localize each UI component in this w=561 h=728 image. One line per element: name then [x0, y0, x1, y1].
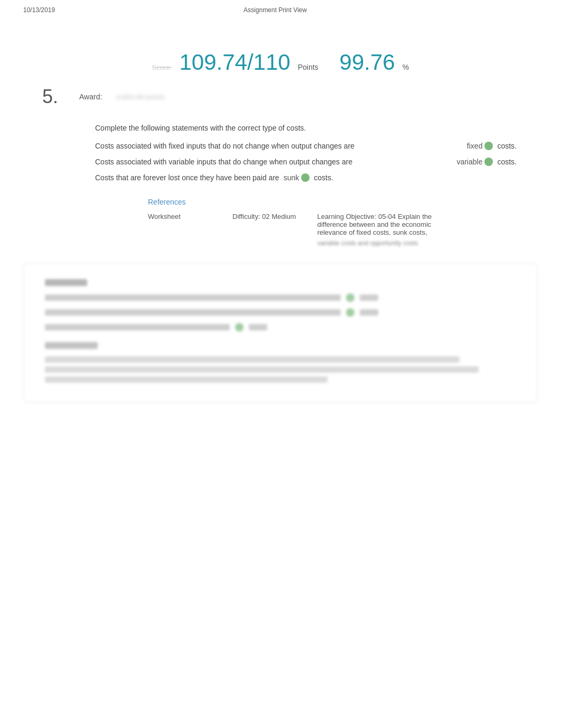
- answer-word-3: sunk: [284, 173, 300, 182]
- blurred-small-3: [249, 324, 267, 330]
- statement-row-1: Costs associated with fixed inputs that …: [95, 142, 519, 150]
- costs-suffix-3: costs.: [314, 173, 333, 182]
- ref-col-difficulty: Difficulty: 02 Medium: [232, 213, 296, 247]
- blurred-para-2: [45, 366, 479, 373]
- ref-col-worksheet: Worksheet: [148, 213, 211, 247]
- score-percent-label: %: [403, 63, 409, 71]
- correct-icon-1: [484, 142, 493, 150]
- answer-badge-1: fixed costs.: [467, 142, 517, 150]
- blurred-circle-2: [346, 308, 354, 317]
- blurred-row-1: [45, 293, 516, 302]
- answer-badge-3: sunk costs.: [284, 173, 333, 182]
- score-points-label: Points: [298, 63, 319, 71]
- answer-word-1: fixed: [467, 142, 483, 150]
- statement-row-3: Costs that are forever lost once they ha…: [95, 173, 519, 182]
- award-label: Award:: [79, 93, 102, 101]
- blurred-circle-3: [235, 323, 244, 331]
- header-spacer: [495, 6, 538, 14]
- blurred-explanation-title: [45, 342, 98, 349]
- header-date: 10/13/2019: [23, 6, 55, 14]
- blurred-circle-1: [346, 293, 354, 302]
- blurred-row-2: [45, 308, 516, 317]
- blurred-para-1: [45, 356, 460, 363]
- costs-suffix-2: costs.: [497, 158, 517, 166]
- statement-text-3: Costs that are forever lost once they ha…: [95, 173, 279, 182]
- answer-badge-2: variable costs.: [456, 158, 517, 166]
- blurred-row-3: [45, 323, 516, 331]
- award-value: 1.00/1.00 points: [116, 93, 165, 101]
- references-title: References: [148, 198, 519, 206]
- question-number: 5.: [42, 86, 69, 108]
- statement-text-1: Costs associated with fixed inputs that …: [95, 142, 465, 150]
- ref-objective: Learning Objective: 05-04 Explain the di…: [317, 213, 432, 236]
- blurred-answer-section: [23, 263, 538, 403]
- blurred-row-text-1: [45, 294, 341, 301]
- question-area: 5. Award: 1.00/1.00 points Complete the …: [0, 86, 561, 247]
- references-section: References Worksheet Difficulty: 02 Medi…: [95, 198, 519, 247]
- question-instruction: Complete the following statements with t…: [95, 124, 519, 132]
- ref-col-objective: Learning Objective: 05-04 Explain the di…: [317, 213, 449, 247]
- score-percent: 99.76: [340, 50, 395, 75]
- statement-text-2: Costs associated with variable inputs th…: [95, 158, 454, 166]
- ref-worksheet: Worksheet: [148, 213, 181, 220]
- page-header: 10/13/2019 Assignment Print View: [0, 0, 561, 18]
- costs-suffix-1: costs.: [497, 142, 517, 150]
- blurred-row-text-2: [45, 309, 341, 316]
- ref-objective-blurred: variable costs and opportunity costs: [317, 239, 449, 247]
- correct-icon-3: [301, 173, 310, 182]
- question-header-row: 5. Award: 1.00/1.00 points: [42, 86, 519, 108]
- correct-icon-2: [484, 158, 493, 166]
- blurred-explanation: [45, 342, 516, 383]
- blurred-small-2: [360, 309, 378, 316]
- score-section: Score: 109.74/110 Points 99.76 %: [0, 18, 561, 86]
- references-grid: Worksheet Difficulty: 02 Medium Learning…: [148, 213, 519, 247]
- ref-difficulty: Difficulty: 02 Medium: [232, 213, 296, 220]
- blurred-para-3: [45, 376, 328, 383]
- header-title: Assignment Print View: [244, 6, 307, 14]
- answer-word-2: variable: [456, 158, 482, 166]
- statement-row-2: Costs associated with variable inputs th…: [95, 158, 519, 166]
- blurred-instruction: [45, 279, 87, 286]
- score-redacted-label: Score:: [152, 63, 172, 71]
- blurred-small-1: [360, 294, 378, 301]
- blurred-row-text-3: [45, 324, 230, 330]
- question-content: Complete the following statements with t…: [42, 124, 519, 247]
- score-points: 109.74/110: [179, 50, 290, 75]
